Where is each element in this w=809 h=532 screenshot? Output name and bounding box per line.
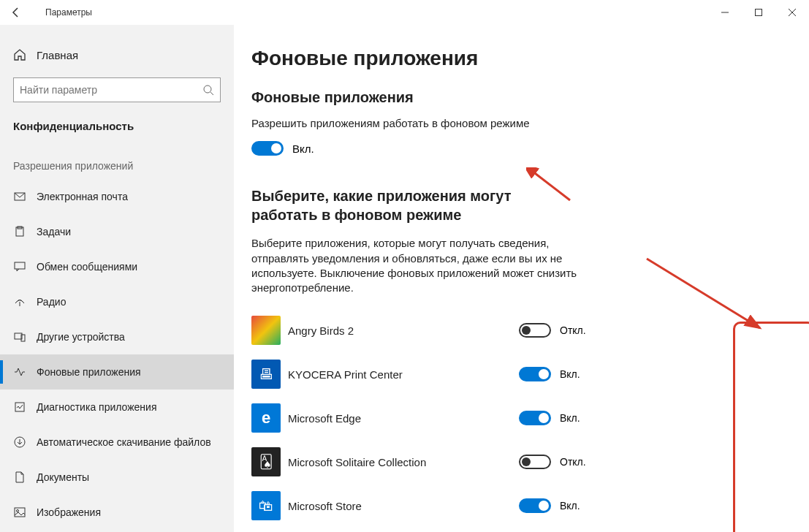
app-row: Angry Birds 2 Откл. [251,308,588,352]
sidebar-item-documents[interactable]: Документы [0,460,234,495]
search-input[interactable] [20,84,202,96]
app-toggle[interactable] [519,455,551,469]
home-icon [13,48,26,61]
window-title: Параметры [32,7,92,18]
sidebar-item-tasks[interactable]: Задачи [0,214,234,249]
app-toggle-label: Вкл. [560,500,588,512]
app-name: KYOCERA Print Center [288,368,512,381]
app-toggle[interactable] [519,323,551,338]
content: Фоновые приложения Фоновые приложения Ра… [234,25,809,532]
app-list: Angry Birds 2 Откл. 🖶 KYOCERA Print Cent… [251,308,780,528]
sidebar-item-messaging[interactable]: Обмен сообщениями [0,249,234,284]
app-name: Microsoft Edge [288,412,512,425]
app-toggle-label: Вкл. [560,368,588,380]
document-icon [13,471,26,484]
app-row: e Microsoft Edge Вкл. [251,396,588,440]
sidebar-item-label: Фоновые приложения [37,366,141,378]
image-icon [13,506,26,519]
app-icon-edge: e [251,403,281,433]
section2-desc: Выберите приложения, которые могут получ… [251,236,580,295]
sidebar-item-label: Радио [37,296,66,308]
app-row: 🖶 KYOCERA Print Center Вкл. [251,352,588,396]
app-toggle-label: Откл. [560,324,588,336]
app-icon-angry-birds [251,316,281,345]
svg-point-11 [17,510,19,512]
sidebar-item-label: Диагностика приложения [37,401,156,413]
app-icon-kyocera: 🖶 [251,360,281,389]
sidebar-item-label: Другие устройства [37,331,125,343]
section2-title: Выберите, какие приложения могут работат… [251,186,573,224]
devices-icon [13,330,26,343]
arrow-left-icon [10,7,22,18]
sidebar-item-images[interactable]: Изображения [0,495,234,530]
minimize-icon [721,9,729,16]
sidebar: Главная Конфиденциальность Разрешения пр… [0,25,234,532]
sidebar-item-label: Документы [37,471,89,483]
sidebar-item-label: Обмен сообщениями [37,261,137,273]
svg-point-1 [204,86,211,93]
sidebar-item-background-apps[interactable]: Фоновые приложения [0,354,234,390]
sidebar-item-label: Автоматическое скачивание файлов [37,436,211,448]
section-title: Фоновые приложения [251,89,780,106]
maximize-icon [755,9,762,16]
sidebar-item-label: Электронная почта [37,191,128,202]
close-button[interactable] [775,0,809,25]
svg-rect-8 [15,403,24,411]
sidebar-home[interactable]: Главная [0,41,234,69]
maximize-button[interactable] [742,0,775,25]
app-toggle[interactable] [519,367,551,381]
app-name: Microsoft Store [288,500,512,512]
svg-rect-5 [15,262,25,269]
minimize-button[interactable] [708,0,742,25]
sidebar-item-diagnostics[interactable]: Диагностика приложения [0,390,234,425]
sidebar-item-auto-download[interactable]: Автоматическое скачивание файлов [0,425,234,460]
app-toggle[interactable] [519,411,551,425]
svg-rect-0 [756,10,762,16]
app-toggle-label: Откл. [560,456,588,468]
chat-icon [13,260,26,273]
app-icon-store: 🛍 [251,491,281,520]
titlebar: Параметры [0,0,809,25]
sidebar-item-radio[interactable]: Радио [0,284,234,319]
app-row: 🂡 Microsoft Solitaire Collection Откл. [251,440,588,484]
clipboard-icon [13,225,26,238]
diagnostics-icon [13,400,26,414]
page-title: Фоновые приложения [251,47,780,70]
mail-icon [13,190,26,203]
section-desc: Разрешить приложениям работать в фоновом… [251,116,580,131]
search-icon [202,84,214,96]
sidebar-item-email[interactable]: Электронная почта [0,179,234,214]
sidebar-home-label: Главная [37,49,78,61]
app-row: 🛍 Microsoft Store Вкл. [251,484,588,528]
download-icon [13,436,26,449]
svg-rect-10 [15,508,25,517]
app-toggle-label: Вкл. [560,412,588,424]
sidebar-category: Конфиденциальность [0,102,234,142]
sidebar-item-label: Изображения [37,506,101,518]
app-name: Microsoft Solitaire Collection [288,456,512,468]
close-icon [789,9,796,16]
activity-icon [13,365,26,379]
master-toggle[interactable] [251,141,284,156]
radio-icon [13,295,26,308]
back-button[interactable] [0,0,32,25]
app-name: Angry Birds 2 [288,324,512,337]
sidebar-item-other-devices[interactable]: Другие устройства [0,319,234,354]
sidebar-subcategory: Разрешения приложений [0,142,234,179]
master-toggle-label: Вкл. [292,142,314,155]
sidebar-item-label: Задачи [37,226,71,238]
app-toggle[interactable] [519,498,551,513]
app-icon-solitaire: 🂡 [251,447,281,476]
search-box[interactable] [13,77,221,102]
